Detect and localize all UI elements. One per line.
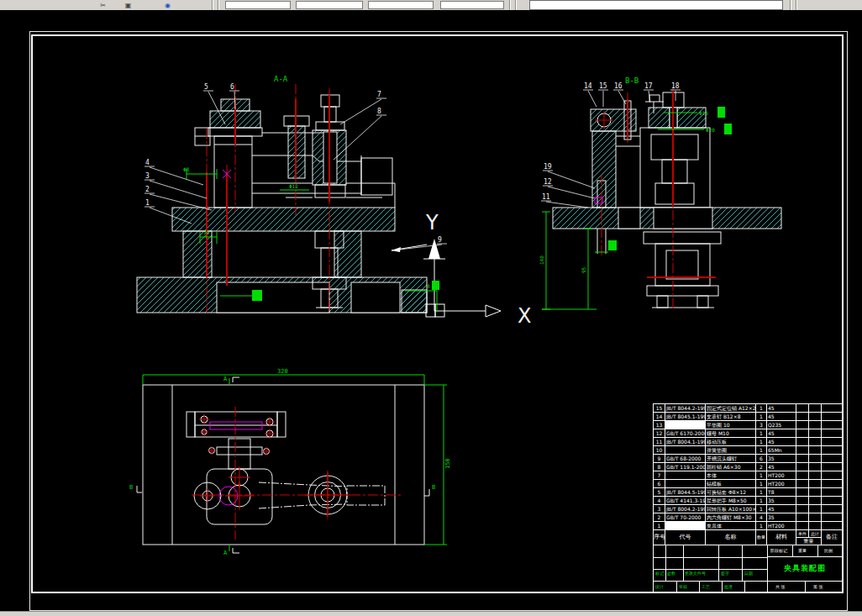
copy-icon[interactable]: ▣ [124,2,132,9]
svg-text:40: 40 [254,293,260,299]
svg-text:7: 7 [377,91,381,98]
svg-text:B-B: B-B [625,76,639,85]
layer-combo[interactable] [225,1,291,9]
bom-cell: 1 [756,413,767,420]
bom-cell: 1 [756,446,767,454]
bom-cell: 3 [756,421,767,429]
bom-cell: 9 [654,455,665,462]
bom-cell: 14 [654,413,665,420]
bom-row: 10弹簧垫圈165Mn [653,446,843,455]
bom-cell: 6 [654,480,665,487]
bom-cell [796,471,809,479]
bom-cell: 开槽沉头螺钉 [706,455,756,462]
svg-text:11: 11 [542,193,550,201]
svg-text:Y: Y [425,211,439,234]
bom-cell [822,471,843,479]
bom-cell: 1 [756,438,767,445]
bom-header-weight: 单件 总计 重量 [796,530,822,545]
command-field[interactable] [529,0,783,10]
bom-cell: 45 [767,463,796,471]
lineweight-combo[interactable] [440,1,504,9]
zoom-icon[interactable]: ◉ [164,2,171,9]
bom-cell [796,513,809,521]
titleblock-label-scale: 比例 [824,549,833,553]
bom-cell: 1 [756,480,767,487]
bom-cell: JB/T 8044.2-1999 [665,404,706,412]
bom-cell [822,497,843,504]
bom-cell [809,429,822,437]
bom-cell: 15 [654,404,665,412]
bom-header-weight-label: 重量 [796,538,821,545]
bom-cell [822,513,843,521]
bom-cell: HT200 [767,480,796,487]
bom-cell [822,463,843,471]
bom-cell: 内六角螺钉 M8×30 [706,513,756,521]
bom-cell: 45 [767,404,796,412]
bom-cell [809,455,822,462]
svg-text:17: 17 [644,82,653,90]
bom-cell: 4 [756,513,767,521]
svg-text:14: 14 [584,82,592,90]
svg-text:16: 16 [614,82,623,90]
titleblock-label-mark: 标记 [655,571,664,576]
titleblock-label-change: 更改文件号 [685,571,706,576]
bom-cell [822,446,843,454]
svg-text:19: 19 [544,163,552,171]
bom-cell: HT200 [767,522,796,529]
titleblock-label-sheets: 共 张 [775,585,786,589]
bom-cell [796,404,809,412]
svg-text:Φ8: Φ8 [609,244,616,250]
bom-cell [809,421,822,429]
bom-cell: GB/T 6170-2000 [665,429,706,437]
bom-cell [822,413,843,420]
bom-cell [809,488,822,496]
svg-text:5: 5 [204,83,208,91]
erase-icon[interactable]: ✂ [99,2,107,9]
bom-cell [822,480,843,487]
bom-header-material: 材料 [767,530,796,545]
bom-cell [665,446,706,454]
bom-header-remark: 备注 [822,530,843,545]
toolbar-separator [212,0,213,10]
bom-cell: GB/T 119.1-2000 [665,463,706,471]
bom-header-weight-single: 单件 [796,530,809,537]
bom-cell [796,522,809,529]
bom-cell: 3 [654,505,665,513]
bom-cell: 螺母 M10 [706,429,756,437]
cad-application-window: { "toolbar": { "icons": ["erase-icon","c… [0,0,862,616]
bom-row: 15JB/T 8044.2-1999固定式定位销 A12×25145 [653,404,843,413]
bom-cell [822,455,843,462]
bom-cell: 11 [654,438,665,445]
drawing-title: 夹具装配图 [767,556,843,581]
svg-text:320: 320 [277,368,288,375]
bom-cell: Q235 [767,421,796,429]
bom-cell: 1 [756,404,767,412]
bom-cell [796,480,809,487]
titleblock-label-approve: 批准 [724,585,733,589]
bom-row: 14JB/T 8045.1-1999支承钉 B12×8145 [653,413,843,421]
bom-cell: 本体 [706,471,756,479]
bom-cell [665,480,706,487]
svg-text:Φ15: Φ15 [699,110,708,116]
bom-cell: 45 [767,505,796,513]
svg-text:140: 140 [539,255,544,265]
bom-table: 15JB/T 8044.2-1999固定式定位销 A12×2514514JB/T… [653,403,843,545]
bom-rows: 15JB/T 8044.2-1999固定式定位销 A12×2514514JB/T… [653,404,843,530]
bom-cell: 10 [654,446,665,454]
bom-cell: 支承钉 B12×8 [706,413,756,420]
titleblock-label-date: 日期 [744,571,753,576]
bom-row: 4GB/T 4141.3-1999星形把手 M8×50135 [653,497,843,505]
svg-text:8: 8 [377,108,381,115]
titleblock-label-stage: 阶段标记 [770,549,787,553]
bom-cell: 2 [756,463,767,471]
bom-row: 13GB/T 97.1-2002平垫圈 103Q235 [653,421,843,429]
bom-cell [822,404,843,412]
bom-row: 11JB/T 8004.1-1999移动压板145 [653,438,843,446]
bom-cell [665,471,706,479]
color-combo[interactable] [296,1,363,9]
svg-text:18: 18 [671,82,680,90]
linetype-combo[interactable] [368,1,434,9]
bom-cell [809,446,822,454]
bom-cell: 星形把手 M8×50 [706,497,756,504]
titleblock-label-process: 工艺 [702,585,710,589]
